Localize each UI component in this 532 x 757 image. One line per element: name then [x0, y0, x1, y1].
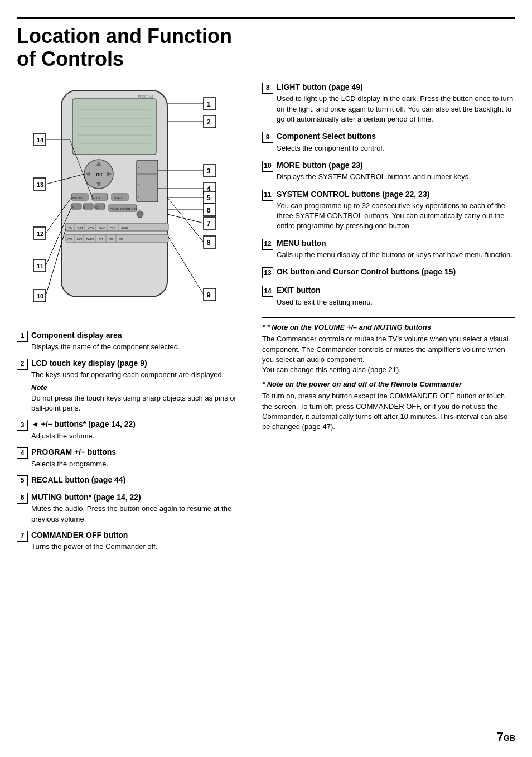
svg-text:1: 1 [206, 100, 210, 108]
svg-text:13: 13 [37, 181, 43, 188]
svg-text:2: 2 [206, 118, 210, 126]
left-item-1: 1Component display areaDisplays the name… [17, 330, 245, 353]
svg-line-85 [168, 237, 204, 295]
left-item-3: 3◄ +/– buttons* (page 14, 22)Adjusts the… [17, 419, 245, 441]
left-item-num-1: 1 [17, 331, 28, 342]
bottom-note-title-1: * Note on the power on and off of the Re… [262, 379, 515, 389]
right-item-body-8: Used to light up the LCD display in the … [277, 94, 515, 124]
svg-text:CD: CD [67, 238, 72, 241]
right-item-body-12: Calls up the menu display of the buttons… [277, 250, 512, 260]
bottom-note-body-0: The Commander controls or mutes the TV's… [262, 334, 515, 375]
right-item-title-14: EXIT button [277, 285, 373, 296]
remote-diagram: PROGRAM + – + – OK [17, 82, 223, 322]
svg-point-34 [137, 211, 143, 218]
left-item-6: 6MUTING button* (page 14, 22)Mutes the a… [17, 492, 245, 524]
svg-text:COMMANDER OFF: COMMANDER OFF [110, 208, 138, 211]
svg-text:AMP: AMP [121, 226, 128, 230]
right-item-title-12: MENU button [277, 238, 512, 249]
svg-text:CC: CC [95, 206, 100, 209]
right-item-9: 9Component Select buttonsSelects the com… [262, 131, 515, 153]
svg-text:MD: MD [77, 238, 83, 241]
left-item-num-6: 6 [17, 493, 28, 504]
right-item-title-10: MORE button (page 23) [277, 160, 471, 171]
svg-text:LIGHT: LIGHT [113, 196, 123, 200]
page-number: 7GB [497, 729, 515, 746]
right-item-8: 8LIGHT button (page 49)Used to light up … [262, 82, 515, 124]
svg-text:6: 6 [206, 206, 210, 214]
right-item-14: 14EXIT buttonUsed to exit the setting me… [262, 285, 515, 307]
note-label-2: Note [31, 383, 47, 392]
left-item-num-4: 4 [17, 447, 28, 459]
svg-text:7: 7 [206, 219, 210, 228]
svg-text:10: 10 [37, 293, 43, 300]
svg-text:OK: OK [96, 172, 103, 177]
svg-text:11: 11 [37, 263, 43, 269]
svg-text:+: + [138, 166, 140, 169]
right-item-num-11: 11 [262, 190, 273, 201]
right-item-title-8: LIGHT button (page 49) [277, 82, 515, 93]
right-item-num-10: 10 [262, 161, 273, 172]
right-item-body-14: Used to exit the setting menu. [277, 297, 373, 307]
svg-line-79 [167, 214, 204, 223]
left-item-num-3: 3 [17, 420, 28, 431]
left-item-body-2: The keys used for operating each compone… [31, 370, 245, 380]
svg-text:VCR: VCR [88, 226, 95, 230]
svg-text:TAPE: TAPE [86, 238, 94, 241]
right-item-title-11: SYSTEM CONTROL buttons (page 22, 23) [277, 189, 515, 200]
left-item-body-7: Turns the power of the Commander off. [31, 542, 157, 552]
svg-text:14: 14 [37, 137, 44, 143]
right-item-body-10: Displays the SYSTEM CONTROL buttons and … [277, 172, 471, 182]
right-item-num-13: 13 [262, 267, 273, 278]
right-item-title-13: OK button and Cursor Control buttons (pa… [277, 267, 456, 278]
right-item-body-11: You can programme up to 32 consecutive k… [277, 201, 515, 232]
right-item-11: 11SYSTEM CONTROL buttons (page 22, 23)Yo… [262, 189, 515, 232]
page-title: Location and Function of Controls [17, 17, 515, 71]
left-item-2: 2LCD touch key display (page 9)The keys … [17, 358, 245, 414]
left-item-body-6: Mutes the audio. Press the button once a… [31, 504, 245, 524]
left-item-title-2: LCD touch key display (page 9) [31, 358, 245, 369]
left-item-num-7: 7 [17, 531, 28, 542]
left-item-body-1: Displays the name of the component selec… [31, 342, 180, 352]
svg-text:8: 8 [206, 238, 210, 247]
left-item-num-2: 2 [17, 359, 28, 370]
svg-text:12: 12 [37, 230, 43, 237]
right-item-num-9: 9 [262, 132, 273, 143]
svg-text:TV: TV [68, 226, 72, 230]
right-item-title-9: Component Select buttons [277, 131, 384, 142]
svg-text:3: 3 [206, 167, 210, 175]
left-item-body-3: Adjusts the volume. [31, 431, 136, 441]
right-item-num-8: 8 [262, 83, 273, 94]
left-item-title-1: Component display area [31, 330, 180, 341]
svg-text:M3: M3 [119, 238, 124, 241]
bottom-note-title-0: * * Note on the VOLUME +/– and MUTING bu… [262, 322, 515, 332]
svg-line-82 [167, 197, 204, 242]
bottom-note-body-1: To turn on, press any button except the … [262, 391, 515, 432]
right-item-num-12: 12 [262, 239, 273, 250]
left-item-title-5: RECALL button (page 44) [31, 475, 125, 486]
svg-text:CBL: CBL [110, 226, 117, 230]
svg-text:9: 9 [206, 291, 210, 299]
svg-text:PROGRAM: PROGRAM [138, 95, 153, 98]
right-item-12: 12MENU buttonCalls up the menu display o… [262, 238, 515, 261]
left-item-title-7: COMMANDER OFF button [31, 530, 157, 541]
note-text-2: Do not press the touch keys using sharp … [31, 393, 245, 413]
left-item-title-6: MUTING button* (page 14, 22) [31, 492, 245, 503]
svg-text:M1: M1 [99, 238, 104, 241]
right-item-body-9: Selects the component to control. [277, 143, 384, 153]
left-item-5: 5RECALL button (page 44) [17, 475, 245, 486]
svg-text:5: 5 [206, 194, 210, 202]
left-item-num-5: 5 [17, 475, 28, 486]
svg-text:DVD: DVD [99, 226, 106, 230]
svg-text:M2: M2 [109, 238, 114, 241]
svg-text:SAT: SAT [77, 226, 84, 230]
left-item-body-4: Selects the programme. [31, 459, 116, 469]
right-item-13: 13OK button and Cursor Control buttons (… [262, 267, 515, 278]
left-item-title-4: PROGRAM +/– buttons [31, 447, 116, 458]
svg-rect-8 [137, 160, 158, 202]
right-item-num-14: 14 [262, 286, 273, 297]
right-item-10: 10MORE button (page 23)Displays the SYST… [262, 160, 515, 182]
left-item-4: 4PROGRAM +/– buttonsSelects the programm… [17, 447, 245, 469]
left-item-7: 7COMMANDER OFF buttonTurns the power of … [17, 530, 245, 552]
svg-text:MENU: MENU [72, 196, 83, 200]
left-item-title-3: ◄ +/– buttons* (page 14, 22) [31, 419, 136, 430]
